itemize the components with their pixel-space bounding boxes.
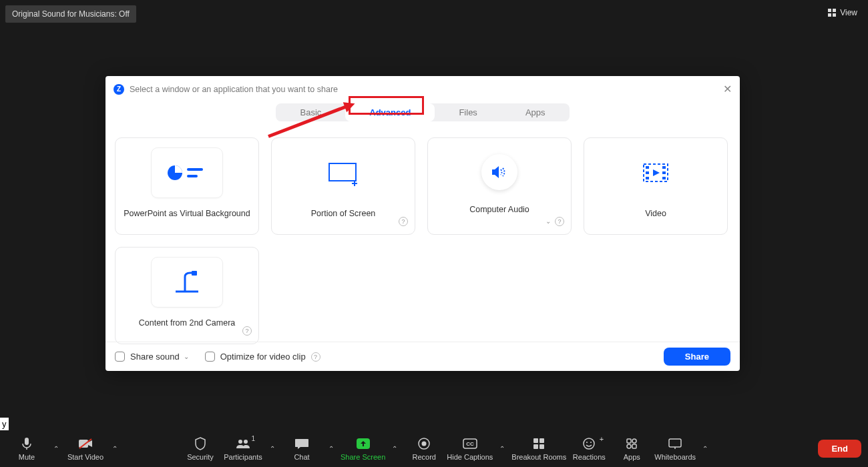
svg-rect-2	[187, 175, 198, 177]
svg-rect-18	[79, 440, 88, 448]
original-sound-toggle[interactable]: Original Sound for Musicians: Off	[5, 5, 136, 23]
apps-button[interactable]: Apps	[612, 436, 652, 461]
close-icon[interactable]: ✕	[723, 83, 732, 95]
whiteboards-caret[interactable]: ⌃	[698, 445, 712, 452]
start-video-button[interactable]: Start Video	[65, 436, 105, 461]
chat-icon	[294, 436, 309, 451]
breakout-label: Breakout Rooms	[511, 453, 566, 461]
checkbox-icon	[115, 352, 125, 362]
participants-count: 1	[251, 435, 255, 442]
help-icon[interactable]: ?	[399, 217, 408, 226]
svg-point-36	[632, 439, 636, 443]
optimize-video-checkbox[interactable]: Optimize for video clip ?	[205, 352, 320, 362]
svg-rect-29	[533, 444, 538, 449]
svg-rect-16	[25, 438, 29, 445]
share-screen-button[interactable]: Share Screen	[341, 436, 385, 461]
view-button[interactable]: View	[824, 5, 861, 20]
chevron-down-icon[interactable]: ⌄	[184, 353, 189, 360]
whiteboard-icon	[668, 436, 682, 451]
chevron-down-icon[interactable]: ⌄	[546, 217, 551, 225]
participants-caret[interactable]: ⌃	[266, 445, 279, 452]
option-label: Video	[645, 209, 666, 218]
svg-rect-7	[646, 166, 649, 169]
option-label: Content from 2nd Camera	[139, 318, 236, 328]
chat-caret[interactable]: ⌃	[324, 445, 338, 452]
record-icon	[417, 436, 431, 451]
svg-point-24	[422, 441, 427, 446]
svg-text:CC: CC	[466, 441, 474, 447]
microphone-icon	[19, 436, 34, 451]
whiteboards-label: Whiteboards	[654, 453, 696, 461]
start-video-label: Start Video	[67, 453, 103, 461]
reactions-button[interactable]: + Reactions	[569, 436, 609, 461]
option-portion-of-screen[interactable]: Portion of Screen ?	[271, 137, 415, 235]
option-label: PowerPoint as Virtual Background	[124, 209, 250, 218]
share-sound-label: Share sound	[130, 352, 180, 362]
participants-icon	[236, 436, 250, 451]
mute-button[interactable]: Mute	[7, 436, 47, 461]
tab-files[interactable]: Files	[435, 103, 501, 121]
tab-basic[interactable]: Basic	[276, 103, 345, 121]
option-powerpoint-vbg[interactable]: PowerPoint as Virtual Background	[115, 137, 259, 235]
share-screen-label: Share Screen	[341, 453, 385, 461]
participants-label: Participants	[224, 453, 262, 461]
help-icon[interactable]: ?	[311, 352, 320, 362]
camera-icon	[151, 257, 223, 308]
svg-point-31	[584, 438, 594, 449]
svg-point-33	[590, 442, 592, 443]
view-label: View	[840, 8, 857, 17]
end-meeting-button[interactable]: End	[818, 440, 861, 458]
powerpoint-icon	[151, 147, 223, 198]
tab-advanced[interactable]: Advanced	[345, 103, 435, 121]
participants-button[interactable]: 1 Participants	[223, 436, 263, 461]
checkbox-icon	[205, 352, 215, 362]
share-sound-checkbox[interactable]: Share sound ⌄	[115, 352, 189, 362]
shield-icon	[193, 436, 208, 451]
security-label: Security	[187, 453, 214, 461]
help-icon[interactable]: ?	[555, 217, 564, 226]
breakout-icon	[531, 436, 546, 451]
meeting-toolbar: Mute ⌃ Start Video ⌃ Security 1 Particip…	[0, 430, 868, 467]
option-video[interactable]: Video	[584, 137, 728, 235]
option-label: Computer Audio	[469, 205, 529, 214]
apps-label: Apps	[624, 453, 640, 461]
option-label: Portion of Screen	[311, 209, 376, 218]
audio-icon	[481, 154, 517, 190]
svg-rect-3	[329, 163, 356, 181]
reactions-label: Reactions	[573, 453, 606, 461]
record-label: Record	[413, 453, 436, 461]
mute-label: Mute	[19, 453, 35, 461]
svg-rect-35	[632, 444, 636, 448]
video-off-icon	[78, 436, 93, 451]
whiteboards-button[interactable]: Whiteboards	[654, 436, 696, 461]
captions-icon: CC	[463, 436, 477, 451]
hide-captions-button[interactable]: CC Hide Captions	[447, 436, 493, 461]
share-screen-icon	[356, 436, 371, 451]
chat-button[interactable]: Chat	[282, 436, 322, 461]
svg-rect-10	[662, 166, 666, 169]
portion-icon	[307, 147, 379, 198]
svg-point-32	[586, 442, 588, 443]
plus-icon: +	[600, 435, 604, 443]
security-button[interactable]: Security	[180, 436, 220, 461]
captions-caret[interactable]: ⌃	[495, 445, 509, 452]
captions-label: Hide Captions	[447, 453, 493, 461]
dialog-header: Z Select a window or an application that…	[105, 76, 740, 102]
svg-rect-8	[646, 171, 649, 174]
share-caret[interactable]: ⌃	[388, 445, 401, 452]
video-caret[interactable]: ⌃	[108, 445, 122, 452]
breakout-rooms-button[interactable]: Breakout Rooms	[511, 436, 566, 461]
option-second-camera[interactable]: Content from 2nd Camera ?	[115, 247, 259, 344]
help-icon[interactable]: ?	[242, 326, 252, 336]
share-options-grid: PowerPoint as Virtual Background Portion…	[105, 121, 740, 351]
share-button[interactable]: Share	[664, 348, 730, 366]
svg-rect-28	[539, 438, 544, 443]
svg-rect-38	[669, 439, 681, 447]
apps-icon	[624, 436, 639, 451]
svg-rect-1	[187, 168, 203, 171]
record-button[interactable]: Record	[404, 436, 444, 461]
svg-rect-11	[662, 171, 666, 174]
mute-caret[interactable]: ⌃	[49, 445, 63, 452]
option-computer-audio[interactable]: Computer Audio ⌄ ?	[427, 137, 572, 235]
tab-apps[interactable]: Apps	[501, 103, 570, 121]
